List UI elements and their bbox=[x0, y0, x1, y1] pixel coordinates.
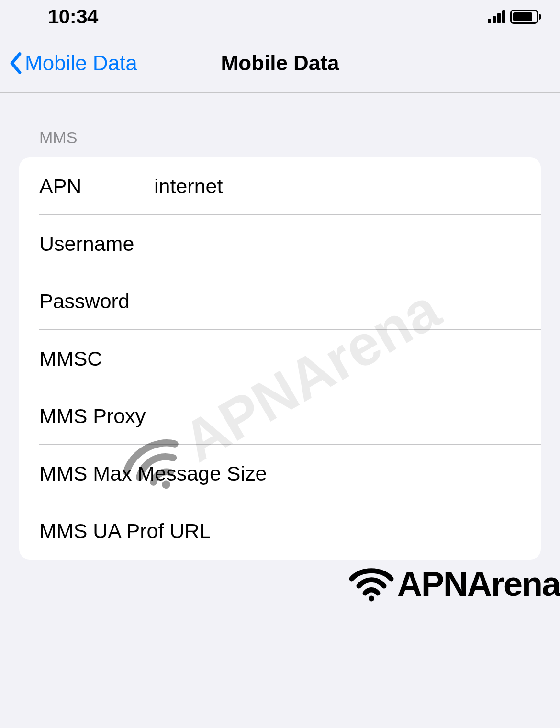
apn-row[interactable]: APN bbox=[19, 157, 541, 215]
mms-ua-prof-row[interactable]: MMS UA Prof URL bbox=[19, 502, 541, 560]
password-label: Password bbox=[39, 290, 154, 313]
username-label: Username bbox=[39, 232, 154, 256]
mmsc-row[interactable]: MMSC bbox=[19, 330, 541, 387]
mms-max-size-label: MMS Max Message Size bbox=[39, 462, 267, 485]
page-title: Mobile Data bbox=[221, 51, 339, 75]
branding-text: APNArena bbox=[397, 564, 560, 604]
username-input[interactable] bbox=[154, 232, 541, 256]
svg-point-1 bbox=[369, 595, 374, 601]
back-label: Mobile Data bbox=[25, 51, 137, 75]
section-header-mms: MMS bbox=[19, 93, 541, 157]
wifi-icon bbox=[347, 566, 395, 602]
mms-settings-group: APN Username Password MMSC MMS Proxy MMS… bbox=[19, 157, 541, 560]
mms-proxy-label: MMS Proxy bbox=[39, 404, 146, 428]
status-time: 10:34 bbox=[48, 5, 98, 28]
status-bar: 10:34 bbox=[0, 0, 560, 34]
apn-input[interactable] bbox=[154, 175, 541, 198]
signal-icon bbox=[488, 10, 505, 23]
navigation-bar: Mobile Data Mobile Data bbox=[0, 34, 560, 93]
mms-proxy-row[interactable]: MMS Proxy bbox=[19, 387, 541, 445]
chevron-left-icon bbox=[10, 52, 22, 74]
mms-proxy-input[interactable] bbox=[146, 404, 541, 428]
mms-max-size-row[interactable]: MMS Max Message Size bbox=[19, 445, 541, 502]
apn-label: APN bbox=[39, 175, 154, 198]
mms-ua-prof-label: MMS UA Prof URL bbox=[39, 519, 211, 543]
mmsc-label: MMSC bbox=[39, 347, 154, 370]
username-row[interactable]: Username bbox=[19, 215, 541, 272]
password-input[interactable] bbox=[154, 290, 541, 313]
password-row[interactable]: Password bbox=[19, 272, 541, 330]
battery-icon bbox=[510, 10, 541, 24]
mmsc-input[interactable] bbox=[154, 347, 541, 370]
status-indicators bbox=[488, 10, 541, 24]
back-button[interactable]: Mobile Data bbox=[0, 51, 137, 75]
mms-ua-prof-input[interactable] bbox=[211, 519, 541, 543]
branding: APNArena bbox=[347, 564, 560, 604]
content-area: MMS APN Username Password MMSC MMS Proxy… bbox=[0, 93, 560, 560]
mms-max-size-input[interactable] bbox=[267, 462, 541, 485]
